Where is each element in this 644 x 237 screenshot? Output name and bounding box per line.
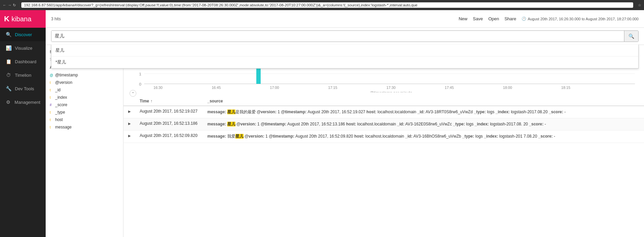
sidebar-item-devtools[interactable]: 🔧 Dev Tools <box>0 82 46 95</box>
sidebar-item-timelion[interactable]: ⏱ Timelion <box>0 68 46 82</box>
search-wrapper: 🔍 <box>51 30 639 42</box>
field-item-message[interactable]: t message <box>46 123 123 131</box>
sidebar-item-discover[interactable]: 🔍 Discover <box>0 28 46 41</box>
sidebar-item-management[interactable]: ⚙ Management <box>0 95 46 109</box>
field-item-version[interactable]: t @version <box>46 79 123 86</box>
hits-count: 3 hits <box>51 17 61 21</box>
svg-text:17:00: 17:00 <box>270 86 279 90</box>
field-sidebar: Selected Fields ⚙ ? _source Available Fi… <box>46 45 123 237</box>
main-content: 3 hits New Save Open Share 🕐 August 20th… <box>46 10 644 237</box>
logo-text: kibana <box>12 15 31 23</box>
svg-text:18:00: 18:00 <box>503 86 512 90</box>
save-button[interactable]: Save <box>473 16 483 21</box>
discover-main: Selected Fields ⚙ ? _source Available Fi… <box>46 45 644 237</box>
field-item-score[interactable]: # _score <box>46 101 123 109</box>
row-expand-button[interactable]: ▶ <box>128 133 132 138</box>
sidebar-label-discover: Discover <box>15 32 32 37</box>
field-name-version: @version <box>55 80 72 85</box>
table-row-source: message: 星儿 @version: 1 @timestamp: Augu… <box>203 118 644 131</box>
table-row-time: August 20th 2017, 16:52:09.820 <box>136 131 203 143</box>
new-button[interactable]: New <box>459 16 467 21</box>
sidebar-label-devtools: Dev Tools <box>15 86 34 91</box>
browser-bar: ← → ↻ 192.168.6.87:5601/app/kibana#/disc… <box>0 0 644 10</box>
svg-text:16:30: 16:30 <box>154 86 163 90</box>
search-input[interactable] <box>51 31 624 42</box>
bookmark-icon: ☆ <box>638 3 641 7</box>
field-item-type[interactable]: t _type <box>46 109 123 116</box>
svg-text:17:30: 17:30 <box>387 86 396 90</box>
forward-btn[interactable]: → <box>8 3 12 7</box>
kibana-header: 3 hits New Save Open Share 🕐 August 20th… <box>46 10 644 28</box>
sidebar-label-timelion: Timelion <box>15 73 31 78</box>
sidebar-label-dashboard: Dashboard <box>15 59 37 64</box>
col-header-time[interactable]: Time ↑ <box>136 97 203 106</box>
field-type-host: t <box>50 118 53 122</box>
field-type-type: t <box>50 111 53 114</box>
dashboard-icon: 📋 <box>5 59 12 64</box>
sort-icon: ↑ <box>151 99 153 103</box>
field-type-version: t <box>50 81 53 85</box>
share-button[interactable]: Share <box>504 16 516 21</box>
field-item-host[interactable]: t host <box>46 116 123 123</box>
svg-text:0: 0 <box>139 82 141 86</box>
results-table: Time ↑ _source ▶August 20th 2017, 16:52:… <box>123 97 644 143</box>
time-range-display[interactable]: 🕐 August 20th 2017, 16:26:30.000 to Augu… <box>522 17 639 21</box>
field-item-id[interactable]: t _id <box>46 86 123 94</box>
svg-text:18:15: 18:15 <box>561 86 570 90</box>
management-icon: ⚙ <box>5 99 11 105</box>
sidebar-item-visualize[interactable]: 📊 Visualize <box>0 41 46 55</box>
url-bar[interactable]: 192.168.6.87:5601/app/kibana#/discover?_… <box>21 2 633 8</box>
table-row-time: August 20th 2017, 16:52:19.027 <box>136 106 203 118</box>
field-name-score: _score <box>55 102 67 107</box>
col-header-source: _source <box>203 97 644 106</box>
autocomplete-item-0[interactable]: 星儿 <box>51 45 638 56</box>
field-name-host: host <box>55 117 63 122</box>
field-type-score: # <box>50 103 53 107</box>
autocomplete-dropdown: 星儿 *星儿 <box>51 45 639 69</box>
discover-icon: 🔍 <box>5 32 12 37</box>
field-item-index[interactable]: t _index <box>46 94 123 101</box>
time-range-text: August 20th 2017, 16:26:30.000 to August… <box>528 17 639 21</box>
field-type-index: t <box>50 96 53 99</box>
clock-icon: 🕐 <box>522 17 526 21</box>
table-row-source: message: 我爱星儿 @version: 1 @timestamp: Au… <box>203 131 644 143</box>
field-name-message: message <box>55 125 72 129</box>
search-area: 🔍 星儿 *星儿 <box>46 28 644 45</box>
back-btn[interactable]: ← <box>3 3 6 7</box>
devtools-icon: 🔧 <box>5 86 12 91</box>
timelion-icon: ⏱ <box>5 72 12 78</box>
row-expand-button[interactable]: ▶ <box>128 121 132 126</box>
svg-text:16:45: 16:45 <box>212 86 221 90</box>
header-actions: New Save Open Share 🕐 August 20th 2017, … <box>459 16 639 21</box>
svg-text:17:45: 17:45 <box>445 86 454 90</box>
field-type-message: t <box>50 125 53 129</box>
chart-collapse-button[interactable]: ⌃ <box>130 90 136 97</box>
table-row-source: message: 星儿是我的最爱 @version: 1 @timestamp:… <box>203 106 644 118</box>
sidebar-label-management: Management <box>15 100 40 105</box>
svg-text:1: 1 <box>139 72 141 76</box>
table-row-time: August 20th 2017, 16:52:13.186 <box>136 118 203 131</box>
field-item-timestamp[interactable]: @ @timestamp <box>46 71 123 79</box>
svg-text:17:15: 17:15 <box>328 86 337 90</box>
field-name-index: _index <box>55 95 67 100</box>
field-name-id: _id <box>55 88 61 92</box>
field-name-timestamp: @timestamp <box>55 73 78 77</box>
field-type-timestamp: @ <box>50 73 53 77</box>
sidebar-label-visualize: Visualize <box>15 46 32 51</box>
app-sidebar: K kibana 🔍 Discover 📊 Visualize 📋 Dashbo… <box>0 10 46 237</box>
kibana-logo: K kibana <box>0 10 46 28</box>
field-type-id: t <box>50 88 53 92</box>
reload-btn[interactable]: ↻ <box>13 3 16 7</box>
search-button[interactable]: 🔍 <box>624 31 638 42</box>
row-expand-button[interactable]: ▶ <box>128 109 132 114</box>
visualize-icon: 📊 <box>5 45 12 51</box>
open-button[interactable]: Open <box>488 16 499 21</box>
sidebar-item-dashboard[interactable]: 📋 Dashboard <box>0 55 46 68</box>
field-name-type: _type <box>55 110 65 115</box>
results-area: Count 0 1 2 3 16:30 <box>123 45 644 237</box>
logo-icon: K <box>4 15 9 23</box>
autocomplete-item-1[interactable]: *星儿 <box>51 56 638 68</box>
